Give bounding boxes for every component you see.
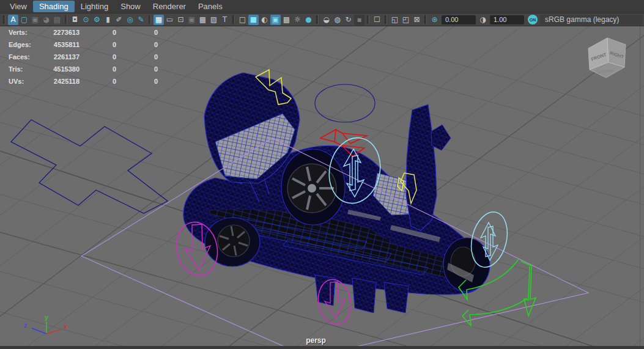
- xray-icon[interactable]: ◱: [390, 15, 400, 25]
- textured-mode-icon[interactable]: ▩: [281, 15, 292, 25]
- hud-col3: 0: [116, 53, 158, 61]
- menu-show[interactable]: Show: [114, 1, 147, 12]
- front-right-hub: [308, 184, 316, 193]
- panel-toolbar: A ▢ ▣ ◕ ▤ ◘ ⊙ ⚙ ▮ ✐ ◎ ✎ ▦ ▭ ⊡ ▣ ▩ ▨ T □ …: [0, 13, 644, 26]
- menu-shading[interactable]: Shading: [33, 1, 75, 12]
- hud-total: 2273613: [40, 29, 80, 36]
- hud-label: Faces:: [9, 53, 40, 61]
- hud-total: 4535811: [40, 41, 80, 48]
- hud-row-uvs: UVs: 2425118 0 0: [9, 75, 158, 87]
- axis-z-label: z: [24, 321, 28, 329]
- shaded-mode-icon[interactable]: ■: [248, 15, 259, 25]
- gamma-field[interactable]: 1.00: [490, 15, 524, 24]
- exposure-field[interactable]: 0.00: [442, 15, 476, 24]
- image-plane-brush-icon[interactable]: ✐: [114, 15, 124, 25]
- hud-total: 4515380: [40, 65, 80, 73]
- plugin-shading-icon[interactable]: ⊠: [412, 15, 422, 25]
- hud-col2: 0: [80, 41, 116, 48]
- contrast-icon[interactable]: ◑: [478, 15, 488, 25]
- field-chart-icon[interactable]: ▩: [198, 15, 208, 25]
- hud-col2: 0: [80, 78, 116, 85]
- wireframe-mode-icon[interactable]: □: [237, 15, 248, 25]
- motion-blur-icon[interactable]: ↻: [343, 15, 353, 25]
- hud-col2: 0: [80, 65, 116, 73]
- hud-label: Edges:: [9, 41, 40, 48]
- xray-components-icon[interactable]: ◰: [401, 15, 411, 25]
- hud-col2: 0: [80, 53, 116, 61]
- safe-action-icon[interactable]: ▨: [209, 15, 219, 25]
- material-preview-icon[interactable]: ◐: [259, 15, 270, 25]
- camera-attributes-icon[interactable]: ⚙: [92, 15, 102, 25]
- hud-row-verts: Verts: 2273613 0 0: [9, 26, 158, 39]
- car-mirror: [431, 125, 451, 150]
- hud-label: UVs:: [9, 78, 40, 85]
- toolbar-separator: [232, 15, 235, 24]
- safe-title-icon[interactable]: T: [220, 15, 230, 25]
- menu-lighting[interactable]: Lighting: [75, 1, 115, 12]
- marquee-select-icon[interactable]: ▢: [19, 15, 29, 25]
- hud-row-tris: Tris: 4515380 0 0: [9, 63, 158, 75]
- front-left-rim: [218, 225, 250, 257]
- resolution-gate-icon[interactable]: ⊡: [176, 15, 186, 25]
- menu-panels[interactable]: Panels: [192, 1, 229, 12]
- pan-zoom-icon[interactable]: ◎: [125, 15, 135, 25]
- exposure-icon[interactable]: ⊛: [429, 15, 440, 25]
- hud-row-faces: Faces: 2261137 0 0: [9, 51, 158, 63]
- hud-row-edges: Edges: 4535811 0 0: [9, 39, 158, 51]
- all-lights-icon[interactable]: ●: [303, 15, 314, 25]
- circle-curve: [315, 84, 375, 122]
- grease-pencil-icon[interactable]: ✎: [136, 15, 146, 25]
- bookmark-icon[interactable]: ▮: [103, 15, 113, 25]
- hud-total: 2261137: [40, 53, 80, 61]
- toolbar-separator: [424, 15, 427, 24]
- menu-renderer[interactable]: Renderer: [147, 1, 192, 12]
- axis-indicator: y x z: [24, 314, 68, 334]
- panel-menubar: View Shading Lighting Show Renderer Pane…: [0, 0, 644, 13]
- multisample-icon[interactable]: ▪: [354, 15, 365, 25]
- toolbar-separator: [385, 15, 387, 24]
- lock-camera-icon[interactable]: ⊙: [81, 15, 91, 25]
- car-open-door: [406, 105, 437, 230]
- ambient-occlusion-icon[interactable]: ◍: [332, 15, 342, 25]
- hud-label: Tris:: [9, 65, 40, 73]
- select-a-icon[interactable]: A: [8, 15, 18, 25]
- colorspace-select[interactable]: sRGB gamma (legacy): [540, 15, 643, 25]
- hud-col2: 0: [80, 29, 116, 36]
- axis-y-label: y: [45, 314, 49, 321]
- render-snapshot-icon[interactable]: ▣: [30, 15, 40, 25]
- grid-toggle-icon[interactable]: ▦: [154, 15, 164, 25]
- camera-name-label: persp: [0, 336, 632, 345]
- hud-col3: 0: [116, 65, 158, 73]
- toolbar-separator: [65, 15, 67, 24]
- toolbar-separator: [367, 15, 369, 24]
- default-lighting-icon[interactable]: ☼: [292, 15, 303, 25]
- view-cube[interactable]: FRONT RIGHT BOTTOM: [588, 38, 626, 78]
- wireframe-on-shaded-icon[interactable]: ▣: [270, 15, 281, 25]
- hud-col3: 0: [116, 78, 158, 85]
- toolbar-separator: [3, 15, 6, 24]
- poly-count-hud: Verts: 2273613 0 0 Edges: 4535811 0 0 Fa…: [9, 26, 158, 87]
- select-camera-icon[interactable]: ◘: [70, 15, 80, 25]
- toolbar-separator: [149, 15, 151, 24]
- hud-col3: 0: [116, 29, 158, 36]
- image-planes-icon[interactable]: ▤: [52, 15, 62, 25]
- film-gate-icon[interactable]: ▭: [165, 15, 175, 25]
- wireframe-car-model[interactable]: [183, 73, 490, 313]
- hud-total: 2425118: [40, 78, 80, 85]
- shadows-icon[interactable]: ◒: [321, 15, 331, 25]
- hud-col3: 0: [116, 41, 158, 48]
- menu-view[interactable]: View: [4, 1, 33, 12]
- radial-menu-icon[interactable]: ◕: [41, 15, 51, 25]
- color-management-on-button[interactable]: ON: [528, 15, 538, 24]
- gate-mask-icon[interactable]: ▣: [187, 15, 197, 25]
- axis-x-label: x: [64, 323, 68, 330]
- isolate-select-icon[interactable]: ☐: [372, 15, 382, 25]
- hud-label: Verts:: [9, 29, 40, 36]
- window-bottom-edge: [0, 346, 644, 349]
- toolbar-separator: [316, 15, 319, 24]
